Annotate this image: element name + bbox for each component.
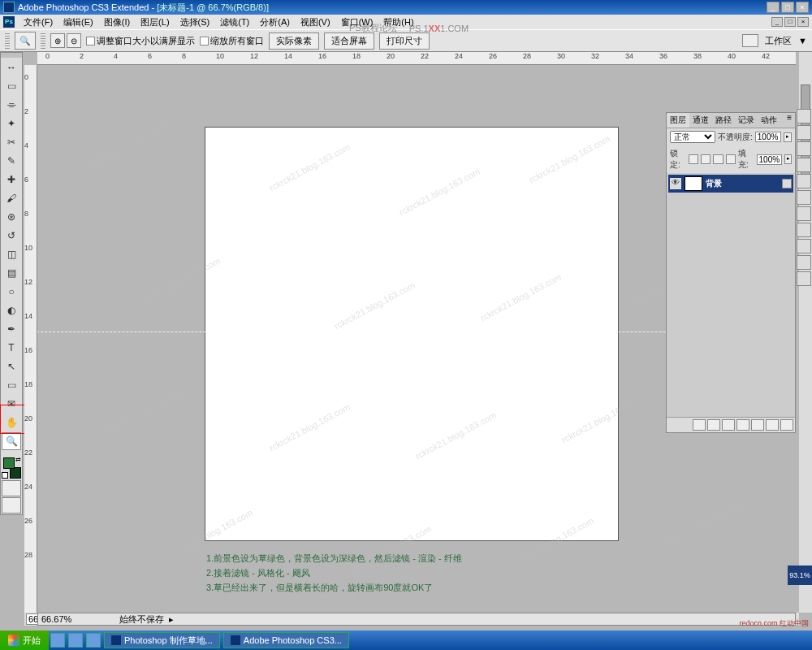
ruler-vertical[interactable]: 0 2 4 6 8 10 12 14 16 18 20 22 24 26 28 xyxy=(24,65,37,613)
tab-history[interactable]: 记录 xyxy=(735,113,758,128)
blur-tool[interactable]: ○ xyxy=(2,283,21,301)
dock-icon[interactable] xyxy=(797,109,811,124)
stamp-tool[interactable]: ⊛ xyxy=(2,208,21,226)
tab-layers[interactable]: 图层 xyxy=(667,113,689,128)
dock-icon[interactable] xyxy=(797,174,811,188)
tab-paths[interactable]: 路径 xyxy=(712,113,735,128)
group-icon[interactable] xyxy=(751,419,764,431)
quicklaunch-desktop-icon[interactable] xyxy=(68,633,83,648)
default-colors-icon[interactable] xyxy=(2,472,8,479)
lasso-tool[interactable]: ⌯ xyxy=(2,96,21,114)
healing-tool[interactable]: ✚ xyxy=(2,171,21,188)
doc-info[interactable]: 始终不保存 xyxy=(119,613,164,626)
new-layer-icon[interactable] xyxy=(766,419,779,431)
layer-thumbnail[interactable] xyxy=(685,176,702,191)
quicklaunch-ie-icon[interactable] xyxy=(50,633,65,648)
menu-image[interactable]: 图像(I) xyxy=(99,16,135,28)
delete-layer-icon[interactable] xyxy=(780,419,793,431)
color-swatches[interactable]: ⇄ xyxy=(2,456,21,479)
layer-item[interactable]: 👁 背景 xyxy=(668,175,793,193)
type-tool[interactable]: T xyxy=(2,339,21,357)
adjustment-layer-icon[interactable] xyxy=(736,419,749,431)
dock-icon[interactable] xyxy=(797,125,811,140)
history-brush-tool[interactable]: ↺ xyxy=(2,227,21,245)
close-button[interactable]: × xyxy=(796,2,809,13)
tool-preset-dropdown[interactable]: 🔍 xyxy=(15,32,36,50)
taskbar-item[interactable]: Adobe Photoshop CS3... xyxy=(223,632,349,648)
doc-minimize-button[interactable]: _ xyxy=(771,17,783,27)
link-layers-icon[interactable] xyxy=(693,419,706,431)
fill-stepper[interactable]: ▸ xyxy=(784,154,792,164)
dodge-tool[interactable]: ◐ xyxy=(2,301,21,319)
menu-view[interactable]: 视图(V) xyxy=(296,16,335,28)
pen-tool[interactable]: ✒ xyxy=(2,320,21,338)
zoom-out-button[interactable]: ⊖ xyxy=(67,33,81,48)
grip-icon[interactable] xyxy=(41,32,45,49)
zoom-all-checkbox[interactable] xyxy=(200,37,209,46)
screen-mode-icon[interactable] xyxy=(742,34,758,47)
eyedropper-tool[interactable]: ✎ xyxy=(2,152,21,170)
crop-tool[interactable]: ✂ xyxy=(2,133,21,151)
navigator-percent[interactable]: 93.1% xyxy=(788,566,812,585)
workspace-dropdown[interactable]: ▼ xyxy=(798,36,807,46)
dock-icon[interactable] xyxy=(797,158,811,172)
screenmode-button[interactable] xyxy=(2,497,21,514)
grip-icon[interactable] xyxy=(5,32,10,49)
move-tool[interactable]: ↔ xyxy=(2,58,21,76)
menu-file[interactable]: 文件(F) xyxy=(19,16,58,28)
dock-icon[interactable] xyxy=(797,141,811,156)
panel-menu-icon[interactable]: ≡ xyxy=(784,113,795,128)
path-tool[interactable]: ↖ xyxy=(2,358,21,375)
resize-window-checkbox[interactable] xyxy=(86,37,95,46)
wand-tool[interactable]: ✦ xyxy=(2,115,21,132)
fill-value[interactable]: 100% xyxy=(757,154,783,165)
menu-select[interactable]: 选择(S) xyxy=(175,16,215,28)
ruler-horizontal[interactable]: 0 2 4 6 8 10 12 14 16 18 20 22 24 26 28 … xyxy=(37,52,796,65)
lock-transparency-icon[interactable] xyxy=(689,154,698,164)
opacity-stepper[interactable]: ▸ xyxy=(784,132,792,142)
dock-icon[interactable] xyxy=(797,239,811,254)
tab-channels[interactable]: 通道 xyxy=(689,113,712,128)
quicklaunch-icon[interactable] xyxy=(86,633,101,648)
menu-analysis[interactable]: 分析(A) xyxy=(255,16,295,28)
layer-name[interactable]: 背景 xyxy=(706,178,722,189)
visibility-icon[interactable]: 👁 xyxy=(670,178,681,189)
notes-tool[interactable]: ✉ xyxy=(2,395,21,413)
dock-icon[interactable] xyxy=(797,190,811,205)
zoom-tool[interactable]: 🔍 xyxy=(2,432,21,450)
menu-edit[interactable]: 编辑(E) xyxy=(58,16,98,28)
start-button[interactable]: 开始 xyxy=(0,630,49,650)
brush-tool[interactable]: 🖌 xyxy=(2,189,21,207)
minimize-button[interactable]: _ xyxy=(767,2,780,13)
foreground-color[interactable] xyxy=(3,457,15,469)
zoom-readout[interactable]: 66.67% xyxy=(38,614,95,624)
swap-colors-icon[interactable]: ⇄ xyxy=(15,456,21,463)
background-color[interactable] xyxy=(10,467,21,479)
maximize-button[interactable]: □ xyxy=(781,2,794,13)
layer-style-icon[interactable] xyxy=(707,419,720,431)
dock-icon[interactable] xyxy=(797,255,811,270)
taskbar-item[interactable]: Photoshop 制作草地... xyxy=(104,632,220,648)
zoom-in-button[interactable]: ⊕ xyxy=(50,33,65,48)
quickmask-button[interactable] xyxy=(2,480,21,496)
eraser-tool[interactable]: ◫ xyxy=(2,245,21,263)
doc-close-button[interactable]: × xyxy=(797,17,809,27)
opacity-value[interactable]: 100% xyxy=(755,132,781,142)
lock-all-icon[interactable] xyxy=(726,154,736,164)
hand-tool[interactable]: ✋ xyxy=(2,414,21,431)
layer-list[interactable]: 👁 背景 xyxy=(667,173,795,417)
layer-mask-icon[interactable] xyxy=(722,419,735,431)
lock-position-icon[interactable] xyxy=(713,154,723,164)
chevron-right-icon[interactable]: ▸ xyxy=(169,614,174,625)
doc-restore-button[interactable]: □ xyxy=(784,17,796,27)
actual-pixels-button[interactable]: 实际像素 xyxy=(269,32,319,50)
blend-mode-select[interactable]: 正常 xyxy=(670,131,715,143)
dock-icon[interactable] xyxy=(797,223,811,237)
marquee-tool[interactable]: ▭ xyxy=(2,77,21,95)
lock-pixels-icon[interactable] xyxy=(701,154,710,164)
menu-filter[interactable]: 滤镜(T) xyxy=(215,16,254,28)
shape-tool[interactable]: ▭ xyxy=(2,376,21,394)
gradient-tool[interactable]: ▤ xyxy=(2,264,21,282)
document-canvas[interactable] xyxy=(205,127,619,541)
menu-layer[interactable]: 图层(L) xyxy=(136,16,174,28)
